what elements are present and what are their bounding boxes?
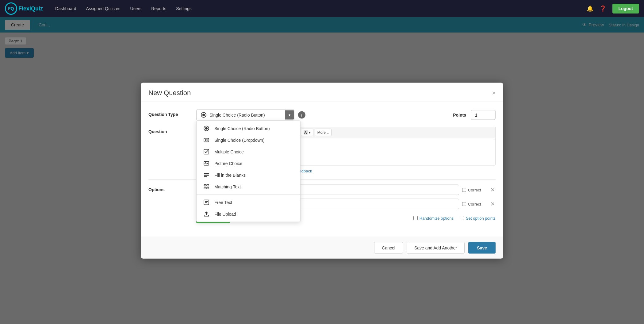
picture-option-icon bbox=[203, 161, 210, 166]
modal-close-button[interactable]: × bbox=[492, 90, 496, 96]
delete-option-2-button[interactable]: ✕ bbox=[490, 200, 496, 208]
dropdown-label-picture: Picture Choice bbox=[214, 161, 242, 166]
svg-rect-5 bbox=[204, 162, 209, 165]
nav-settings[interactable]: Settings bbox=[176, 6, 192, 11]
dropdown-label-fill: Fill in the Blanks bbox=[214, 173, 246, 178]
logo: FQ FlexiQuiz bbox=[5, 2, 43, 15]
logo-text: FlexiQuiz bbox=[18, 6, 43, 12]
select-arrow-button[interactable]: ▾ bbox=[285, 110, 294, 120]
dropdown-item-picture[interactable]: Picture Choice bbox=[197, 158, 300, 169]
svg-rect-12 bbox=[207, 185, 209, 186]
nav-dashboard[interactable]: Dashboard bbox=[55, 6, 76, 11]
modal-footer: Cancel Save and Add Another Save bbox=[141, 237, 503, 259]
dropdown-item-dropdown[interactable]: Single Choice (Dropdown) bbox=[197, 134, 300, 146]
modal-title: New Question bbox=[148, 89, 191, 97]
nav-links: Dashboard Assigned Quizzes Users Reports… bbox=[55, 6, 587, 11]
svg-point-3 bbox=[205, 139, 207, 141]
question-type-menu: Single Choice (Radio Button) Single Choi bbox=[196, 121, 301, 222]
modal-body: Question Type Single Choice (Radio Butto… bbox=[141, 102, 503, 237]
free-text-icon bbox=[203, 200, 210, 205]
file-upload-icon bbox=[203, 211, 210, 217]
radio-inner bbox=[202, 114, 205, 116]
svg-rect-2 bbox=[204, 138, 209, 142]
dropdown-option-icon bbox=[203, 137, 210, 143]
save-button[interactable]: Save bbox=[468, 242, 496, 254]
svg-rect-8 bbox=[204, 175, 209, 176]
fill-blanks-icon bbox=[203, 172, 210, 178]
help-icon[interactable]: ❓ bbox=[600, 5, 606, 12]
top-navbar: FQ FlexiQuiz Dashboard Assigned Quizzes … bbox=[0, 0, 644, 17]
delete-option-1-button[interactable]: ✕ bbox=[490, 186, 496, 194]
toolbar-bg-color-button[interactable]: A ▾ bbox=[301, 129, 313, 136]
save-add-another-button[interactable]: Save and Add Another bbox=[407, 242, 465, 254]
points-input[interactable] bbox=[471, 110, 496, 120]
options-extra: Randomize options Set option points bbox=[413, 216, 496, 220]
dropdown-item-radio[interactable]: Single Choice (Radio Button) bbox=[197, 123, 300, 134]
matching-text-icon: ab bbox=[203, 184, 210, 190]
selected-type-label: Single Choice (Radio Button) bbox=[209, 113, 265, 118]
svg-rect-9 bbox=[204, 176, 207, 177]
correct-checkbox-2[interactable] bbox=[462, 202, 466, 206]
nav-reports[interactable]: Reports bbox=[151, 6, 166, 11]
svg-rect-7 bbox=[204, 173, 209, 174]
modal-header: New Question × bbox=[141, 83, 503, 102]
correct-label-2[interactable]: Correct bbox=[462, 202, 487, 206]
svg-point-1 bbox=[205, 127, 208, 130]
dropdown-item-fill[interactable]: Fill in the Blanks bbox=[197, 169, 300, 181]
randomize-checkbox[interactable] bbox=[413, 216, 418, 220]
dropdown-label-upload: File Upload bbox=[214, 212, 236, 217]
points-label: Points bbox=[453, 113, 466, 118]
dropdown-label-freetext: Free Text bbox=[214, 200, 232, 205]
cancel-button[interactable]: Cancel bbox=[374, 242, 403, 254]
question-label: Question bbox=[148, 127, 191, 134]
correct-checkbox-1[interactable] bbox=[462, 188, 466, 192]
points-area: Points bbox=[453, 110, 496, 120]
randomize-checkbox-label[interactable]: Randomize options bbox=[413, 216, 454, 220]
set-option-points-checkbox[interactable] bbox=[460, 216, 464, 220]
set-option-points-checkbox-label[interactable]: Set option points bbox=[460, 216, 496, 220]
logout-button[interactable]: Logout bbox=[612, 4, 639, 14]
checkbox-option-icon bbox=[203, 149, 210, 155]
nav-users[interactable]: Users bbox=[130, 6, 142, 11]
dropdown-divider bbox=[197, 195, 300, 195]
logo-icon: FQ bbox=[5, 2, 17, 15]
radio-icon bbox=[201, 112, 206, 118]
dropdown-item-multiple[interactable]: Multiple Choice bbox=[197, 146, 300, 158]
question-type-select[interactable]: Single Choice (Radio Button) ▾ bbox=[196, 110, 294, 121]
svg-rect-13 bbox=[204, 187, 206, 189]
radio-option-icon bbox=[203, 126, 210, 131]
select-main: Single Choice (Radio Button) bbox=[197, 110, 285, 120]
main-area: Create Con... 👁 Preview Status: In Desig… bbox=[0, 17, 644, 324]
svg-rect-14 bbox=[207, 187, 209, 189]
question-type-row: Question Type Single Choice (Radio Butto… bbox=[148, 110, 496, 121]
nav-right: 🔔 ❓ Logout bbox=[587, 4, 639, 14]
dropdown-label-multiple: Multiple Choice bbox=[214, 149, 244, 154]
new-question-modal: New Question × Question Type Single Choi… bbox=[141, 83, 503, 259]
svg-rect-17 bbox=[205, 202, 207, 203]
dropdown-item-matching[interactable]: ab Matching Text bbox=[197, 181, 300, 193]
info-icon[interactable]: i bbox=[298, 111, 305, 119]
correct-label-1[interactable]: Correct bbox=[462, 187, 487, 192]
question-type-dropdown-wrapper: Single Choice (Radio Button) ▾ bbox=[196, 110, 294, 121]
svg-text:ab: ab bbox=[204, 185, 206, 186]
options-label: Options bbox=[148, 185, 191, 192]
question-type-controls: Single Choice (Radio Button) ▾ bbox=[196, 110, 496, 121]
dropdown-label-dropdown: Single Choice (Dropdown) bbox=[214, 138, 264, 143]
dropdown-label-radio: Single Choice (Radio Button) bbox=[214, 126, 270, 131]
dropdown-item-freetext[interactable]: Free Text bbox=[197, 197, 300, 208]
svg-rect-16 bbox=[205, 201, 208, 202]
nav-assigned-quizzes[interactable]: Assigned Quizzes bbox=[86, 6, 121, 11]
dropdown-label-matching: Matching Text bbox=[214, 184, 241, 189]
bell-icon[interactable]: 🔔 bbox=[587, 5, 593, 12]
toolbar-more-button[interactable]: More .. bbox=[315, 129, 332, 136]
question-type-label: Question Type bbox=[148, 110, 191, 117]
dropdown-item-upload[interactable]: File Upload bbox=[197, 208, 300, 220]
